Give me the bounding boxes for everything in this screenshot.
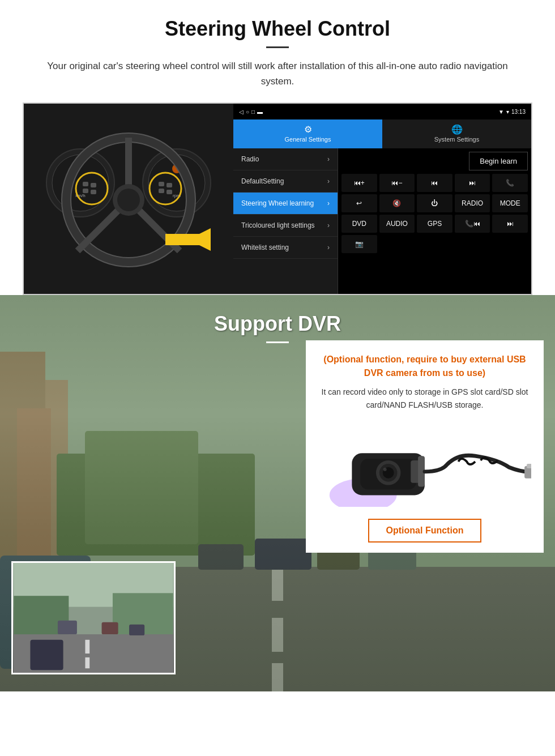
svg-rect-47 bbox=[85, 640, 89, 654]
svg-point-14 bbox=[117, 189, 140, 211]
time-display: 13:13 bbox=[511, 109, 526, 115]
ctrl-mute[interactable]: 🔇 bbox=[379, 194, 415, 212]
svg-rect-32 bbox=[85, 431, 198, 544]
dvr-background: Support DVR bbox=[0, 295, 555, 691]
back-icon: ◁ bbox=[239, 109, 244, 115]
menu-whitelist-label: Whitelist setting bbox=[241, 244, 289, 251]
tab-general-label: General Settings bbox=[285, 136, 331, 143]
menu-radio-label: Radio bbox=[241, 155, 259, 163]
svg-rect-20 bbox=[91, 190, 96, 194]
ctrl-mode[interactable]: MODE bbox=[492, 194, 528, 212]
android-tabs: ⚙ General Settings 🌐 System Settings bbox=[233, 119, 531, 148]
ctrl-gps[interactable]: GPS bbox=[417, 215, 452, 233]
steering-demo-area: km/h rpm bbox=[23, 102, 532, 295]
dvr-description: It can record video only to storage in G… bbox=[318, 386, 531, 411]
svg-rect-38 bbox=[255, 539, 311, 570]
tab-general-settings[interactable]: ⚙ General Settings bbox=[233, 119, 382, 148]
ctrl-audio[interactable]: AUDIO bbox=[379, 215, 415, 233]
dvr-info-card: (Optional function, require to buy exter… bbox=[306, 340, 544, 553]
svg-rect-50 bbox=[102, 622, 118, 634]
ctrl-power[interactable]: ⏻ bbox=[417, 194, 452, 212]
svg-rect-18 bbox=[83, 189, 88, 193]
chevron-icon: › bbox=[327, 221, 330, 229]
signal-icon: ▼ bbox=[498, 109, 504, 115]
tab-system-settings[interactable]: 🌐 System Settings bbox=[382, 119, 531, 148]
home-icon: ○ bbox=[246, 109, 249, 115]
dvr-camera-svg bbox=[318, 422, 531, 507]
ctrl-vol-up[interactable]: ⏮+ bbox=[341, 174, 377, 192]
menu-item-radio[interactable]: Radio › bbox=[233, 148, 338, 170]
svg-rect-34 bbox=[272, 567, 283, 601]
general-settings-icon: ⚙ bbox=[236, 124, 380, 135]
menu-item-steering-wheel-learning[interactable]: Steering Wheel learning › bbox=[233, 193, 338, 215]
android-ui-panel: ◁ ○ □ ▬ ▼ ▾ 13:13 ⚙ General Settings bbox=[233, 104, 531, 294]
settings-menu-list: Radio › DefaultSetting › Steering Wheel … bbox=[233, 148, 338, 294]
title-divider bbox=[266, 46, 289, 48]
ctrl-hang-up[interactable]: ↩ bbox=[341, 194, 377, 212]
ctrl-next[interactable]: ⏭ bbox=[455, 174, 490, 192]
menu-steering-label: Steering Wheel learning bbox=[241, 199, 314, 207]
dvr-screenshot-inner bbox=[13, 563, 174, 673]
chevron-icon: › bbox=[327, 199, 330, 207]
steering-description: Your original car's steering wheel contr… bbox=[34, 58, 521, 89]
chevron-icon: › bbox=[327, 177, 330, 185]
dvr-title: Support DVR bbox=[0, 312, 555, 336]
svg-rect-63 bbox=[527, 464, 531, 468]
ctrl-next-alt[interactable]: ⏭ bbox=[492, 215, 528, 233]
svg-rect-21 bbox=[159, 182, 164, 186]
android-statusbar: ◁ ○ □ ▬ ▼ ▾ 13:13 bbox=[233, 104, 531, 119]
ctrl-dvd[interactable]: DVD bbox=[341, 215, 377, 233]
menu-item-tricoloured[interactable]: Tricoloured light settings › bbox=[233, 215, 338, 237]
svg-rect-52 bbox=[30, 640, 63, 670]
svg-rect-35 bbox=[272, 618, 283, 652]
wifi-icon: ▾ bbox=[506, 109, 509, 115]
optional-function-button[interactable]: Optional Function bbox=[368, 519, 482, 543]
support-dvr-section: Support DVR bbox=[0, 295, 555, 691]
menu-item-default-setting[interactable]: DefaultSetting › bbox=[233, 170, 338, 193]
ctrl-radio[interactable]: RADIO bbox=[455, 194, 490, 212]
menu-icon: ▬ bbox=[257, 109, 263, 115]
recents-icon: □ bbox=[251, 109, 255, 115]
dvr-screenshot-thumbnail bbox=[11, 561, 176, 674]
dvr-camera-image bbox=[318, 419, 531, 510]
menu-default-label: DefaultSetting bbox=[241, 177, 284, 185]
steering-wheel-svg: km/h rpm bbox=[35, 115, 222, 285]
steering-title: Steering Wheel Control bbox=[23, 17, 532, 41]
android-body: Radio › DefaultSetting › Steering Wheel … bbox=[233, 148, 531, 294]
menu-tricoloured-label: Tricoloured light settings bbox=[241, 221, 315, 229]
ctrl-vol-down[interactable]: ⏮− bbox=[379, 174, 415, 192]
dvr-camera-view-svg bbox=[13, 563, 174, 673]
svg-rect-36 bbox=[272, 663, 283, 691]
svg-point-59 bbox=[383, 468, 387, 471]
statusbar-status-icons: ▼ ▾ 13:13 bbox=[498, 109, 526, 115]
chevron-icon: › bbox=[327, 155, 330, 163]
ctrl-prev[interactable]: ⏮ bbox=[417, 174, 452, 192]
begin-learn-button[interactable]: Begin learn bbox=[469, 152, 528, 170]
dvr-title-area: Support DVR bbox=[0, 295, 555, 343]
control-buttons-grid: ⏮+ ⏮− ⏮ ⏭ 📞 ↩ 🔇 ⏻ RADIO MODE DVD AUDIO G… bbox=[341, 174, 528, 253]
system-settings-icon: 🌐 bbox=[385, 124, 529, 135]
svg-rect-37 bbox=[198, 544, 244, 570]
menu-item-whitelist[interactable]: Whitelist setting › bbox=[233, 237, 338, 259]
dvr-optional-title: (Optional function, require to buy exter… bbox=[318, 353, 531, 380]
svg-rect-24 bbox=[166, 190, 172, 194]
svg-rect-48 bbox=[85, 657, 89, 668]
svg-rect-19 bbox=[91, 183, 96, 187]
tab-system-label: System Settings bbox=[434, 136, 479, 143]
svg-rect-51 bbox=[129, 625, 144, 635]
statusbar-nav-icons: ◁ ○ □ ▬ bbox=[239, 109, 263, 115]
ctrl-dvr[interactable]: 📷 bbox=[341, 235, 377, 253]
svg-rect-49 bbox=[58, 621, 77, 634]
svg-rect-23 bbox=[166, 183, 172, 187]
svg-rect-26 bbox=[165, 234, 211, 245]
svg-rect-22 bbox=[159, 189, 164, 193]
ctrl-phone-prev[interactable]: 📞⏮ bbox=[455, 215, 490, 233]
svg-rect-30 bbox=[17, 408, 51, 578]
begin-learn-row: Begin learn bbox=[341, 152, 528, 170]
svg-rect-17 bbox=[83, 182, 88, 186]
dvr-title-divider bbox=[266, 341, 289, 343]
ctrl-phone[interactable]: 📞 bbox=[492, 174, 528, 192]
steering-control-panel: Begin learn ⏮+ ⏮− ⏮ ⏭ 📞 ↩ 🔇 ⏻ RADIO MODE… bbox=[338, 148, 531, 294]
steering-wheel-photo: km/h rpm bbox=[24, 104, 233, 295]
chevron-icon: › bbox=[327, 244, 330, 251]
